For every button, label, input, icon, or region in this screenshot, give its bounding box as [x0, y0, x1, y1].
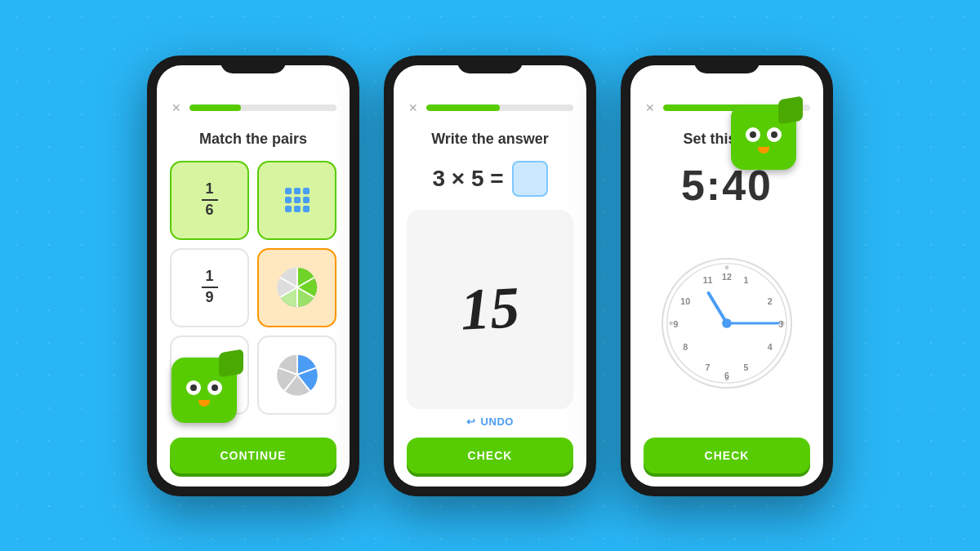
owl-eye-right — [207, 380, 222, 395]
fraction-denominator: 9 — [205, 290, 213, 306]
owl-eye-right-r — [767, 127, 782, 142]
fraction-numerator: 1 — [205, 181, 213, 198]
grid-icon — [285, 188, 310, 212]
equation-row: 3 × 5 = — [407, 161, 573, 197]
progress-bar-bg-1 — [189, 104, 336, 111]
pair-card-pie-sixths[interactable] — [257, 248, 336, 327]
grid-dot — [303, 197, 310, 203]
undo-row[interactable]: ↩ UNDO — [407, 415, 573, 428]
clock-svg: 12 2 3 4 5 6 7 8 9 10 11 1 — [663, 258, 791, 389]
top-bar-1: ✕ — [170, 98, 336, 114]
progress-bar-bg-2 — [426, 104, 573, 111]
pair-card-fraction-1-9[interactable]: 1 9 — [170, 248, 249, 327]
phone-notch-3 — [694, 56, 760, 73]
grid-dot — [294, 206, 301, 212]
svg-text:7: 7 — [706, 363, 710, 373]
clock-container: 12 2 3 4 5 6 7 8 9 10 11 1 — [644, 220, 810, 428]
svg-text:9: 9 — [674, 319, 679, 329]
pie-fifths-icon — [275, 353, 319, 397]
check-button-2[interactable]: CHECK — [407, 438, 573, 473]
grid-dot — [303, 188, 310, 194]
handwriting-area[interactable]: 15 — [407, 210, 573, 409]
pie-sixths-icon — [275, 265, 319, 309]
undo-label: UNDO — [481, 415, 514, 428]
grid-dot — [285, 206, 292, 212]
fraction-line — [202, 287, 218, 288]
phones-container: ✕ Match the pairs 1 6 — [147, 56, 833, 496]
pair-card-pie-fifths[interactable] — [257, 335, 336, 415]
phone-2: ✕ Write the answer 3 × 5 = 15 ↩ UNDO — [384, 56, 596, 496]
grid-dot — [294, 197, 301, 203]
answer-input-box[interactable] — [512, 161, 548, 197]
owl-cube-right — [731, 104, 804, 178]
grid-dot — [285, 188, 292, 194]
owl-cube-left — [172, 358, 245, 431]
progress-bar-fill-2 — [426, 104, 500, 111]
svg-point-14 — [725, 265, 729, 269]
svg-text:12: 12 — [722, 272, 732, 282]
svg-text:5: 5 — [743, 363, 748, 373]
owl-eye-left — [186, 380, 201, 395]
owl-beak — [198, 400, 210, 407]
grid-dot — [285, 197, 292, 203]
phone-notch-1 — [220, 56, 286, 73]
fraction-line — [202, 199, 218, 201]
svg-text:4: 4 — [768, 342, 773, 352]
fraction-numerator: 1 — [205, 269, 213, 285]
close-button-3[interactable]: ✕ — [644, 101, 657, 114]
progress-bar-fill-1 — [189, 104, 241, 111]
undo-icon: ↩ — [466, 415, 476, 428]
svg-text:1: 1 — [743, 275, 748, 285]
svg-point-32 — [722, 318, 732, 328]
equation-text: 3 × 5 = — [432, 166, 503, 192]
svg-point-16 — [669, 322, 673, 326]
clock-face: 12 2 3 4 5 6 7 8 9 10 11 1 — [662, 258, 792, 389]
phone-notch-2 — [457, 56, 523, 73]
phone-screen-2: ✕ Write the answer 3 × 5 = 15 ↩ UNDO — [394, 65, 586, 487]
fraction-1-6: 1 6 — [202, 181, 218, 219]
continue-button[interactable]: CONTINUE — [170, 438, 336, 473]
pair-card-grid[interactable] — [257, 161, 336, 240]
svg-text:2: 2 — [768, 296, 773, 306]
phone-1-title: Match the pairs — [170, 131, 336, 148]
grid-dot — [303, 206, 310, 212]
fraction-denominator: 6 — [205, 202, 213, 219]
svg-text:11: 11 — [703, 275, 713, 285]
svg-text:10: 10 — [680, 296, 690, 306]
top-bar-2: ✕ — [407, 98, 573, 114]
grid-dot — [294, 188, 301, 194]
close-button-1[interactable]: ✕ — [170, 101, 183, 114]
owl-beak-r — [758, 147, 769, 153]
check-button-3[interactable]: CHECK — [644, 438, 810, 473]
fraction-1-9: 1 9 — [202, 269, 218, 306]
svg-text:8: 8 — [683, 342, 688, 352]
phone-2-title: Write the answer — [407, 131, 573, 148]
svg-text:6: 6 — [724, 371, 729, 380]
handwritten-answer: 15 — [459, 273, 521, 344]
owl-eye-left-r — [746, 127, 760, 142]
close-button-2[interactable]: ✕ — [407, 101, 420, 114]
pair-card-fraction-1-6[interactable]: 1 6 — [170, 161, 249, 240]
phone-2-content: ✕ Write the answer 3 × 5 = 15 ↩ UNDO — [394, 65, 586, 487]
